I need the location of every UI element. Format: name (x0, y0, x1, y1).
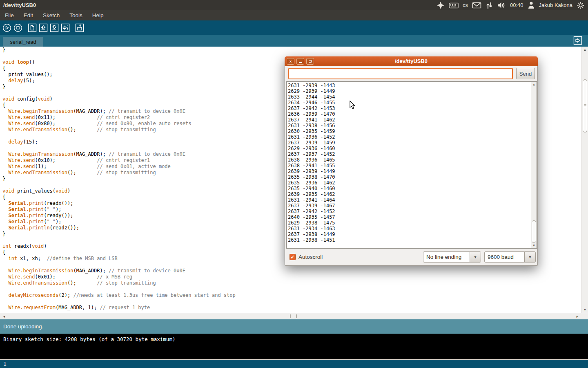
serial-output: 2631 -2939 -14432629 -2939 -14492633 -29… (287, 82, 537, 243)
keyboard-icon[interactable] (449, 1, 459, 9)
network-sync-icon[interactable] (486, 1, 493, 9)
line-number-bar: 1 (0, 360, 588, 368)
close-icon[interactable]: x (287, 58, 294, 65)
status-bar: Done uploading. (0, 319, 588, 334)
editor-vertical-scrollbar[interactable]: ▴ ▾ (581, 47, 588, 313)
ubuntuone-icon[interactable] (437, 1, 445, 9)
serial-monitor-title: /dev/ttyUSB0 (285, 58, 538, 64)
tab-label: serial_read (10, 39, 36, 45)
console-line: Binary sketch size: 4208 bytes (of a 307… (3, 336, 175, 342)
autoscroll-checkbox[interactable]: ✓ (290, 254, 296, 260)
status-message: Done uploading. (3, 323, 43, 330)
serial-monitor-window: x /dev/ttyUSB0 Send 2631 -2939 -14432629… (285, 56, 538, 266)
top-panel: /dev/ttyUSB0 cs 00:40 Jakub Kakona (0, 0, 588, 10)
minimize-icon[interactable] (296, 58, 304, 65)
serial-monitor-bottom-bar: ✓ Autoscroll No line ending ▾ 9600 baud … (285, 249, 537, 266)
editor-hscroll-thumb[interactable] (290, 314, 297, 318)
tab-serial-read[interactable]: serial_read (3, 37, 43, 47)
scroll-up-arrow[interactable]: ▴ (582, 48, 588, 52)
username-label[interactable]: Jakub Kakona (539, 2, 572, 8)
serial-scrollbar[interactable]: ▴ ▾ (531, 82, 537, 248)
line-ending-value: No line ending (423, 252, 470, 262)
line-ending-dropdown[interactable]: No line ending ▾ (423, 251, 481, 263)
serial-scroll-down-arrow[interactable]: ▾ (531, 244, 537, 247)
serial-send-input[interactable] (288, 68, 513, 79)
scroll-down-arrow[interactable]: ▾ (582, 308, 588, 312)
session-gear-icon[interactable] (577, 1, 585, 9)
serial-scroll-up-arrow[interactable]: ▴ (531, 83, 537, 86)
send-button[interactable]: Send (516, 68, 535, 79)
menubar: File Edit Sketch Tools Help (0, 10, 588, 20)
menu-help[interactable]: Help (87, 11, 109, 20)
keyboard-layout-label[interactable]: cs (463, 2, 468, 8)
open-sketch-button[interactable] (39, 23, 48, 32)
serial-monitor-button[interactable] (75, 23, 84, 32)
serial-output-area: 2631 -2939 -14432629 -2939 -14492633 -29… (286, 81, 537, 249)
user-icon[interactable] (528, 1, 535, 9)
autoscroll-label: Autoscroll (298, 254, 323, 260)
menu-sketch[interactable]: Sketch (38, 11, 65, 20)
menu-tools[interactable]: Tools (65, 11, 87, 20)
serial-monitor-titlebar[interactable]: x /dev/ttyUSB0 (285, 56, 538, 66)
upload-button[interactable] (61, 23, 70, 32)
text-caret (291, 70, 291, 77)
scroll-right-arrow[interactable]: ▸ (575, 315, 580, 319)
system-tray: cs 00:40 Jakub Kakona (437, 1, 588, 9)
mail-icon[interactable] (472, 2, 481, 9)
clock[interactable]: 00:40 (510, 2, 523, 8)
editor-vscroll-thumb[interactable] (583, 79, 587, 132)
save-sketch-button[interactable] (50, 23, 59, 32)
panel-window-title: /dev/ttyUSB0 (0, 2, 36, 8)
maximize-icon[interactable] (306, 58, 314, 65)
chevron-down-icon[interactable]: ▾ (470, 252, 481, 262)
scroll-left-arrow[interactable]: ◂ (2, 315, 7, 319)
baud-rate-dropdown[interactable]: 9600 baud ▾ (484, 251, 536, 263)
console-output: Binary sketch size: 4208 bytes (of a 307… (0, 334, 588, 359)
stop-button[interactable] (13, 23, 22, 32)
verify-button[interactable] (2, 23, 11, 32)
volume-icon[interactable] (497, 1, 506, 9)
menu-file[interactable]: File (0, 11, 19, 20)
tab-menu-icon[interactable] (573, 36, 582, 45)
baud-rate-value: 9600 baud (485, 252, 524, 262)
editor-horizontal-scrollbar[interactable]: ◂ ▸ (0, 313, 588, 319)
toolbar (0, 20, 588, 35)
tab-bar: serial_read (0, 35, 588, 47)
mouse-cursor (350, 101, 356, 110)
serial-scroll-thumb[interactable] (532, 220, 536, 243)
menu-edit[interactable]: Edit (19, 11, 38, 20)
new-sketch-button[interactable] (28, 23, 37, 32)
chevron-down-icon[interactable]: ▾ (524, 252, 535, 262)
current-line-number: 1 (3, 361, 7, 367)
